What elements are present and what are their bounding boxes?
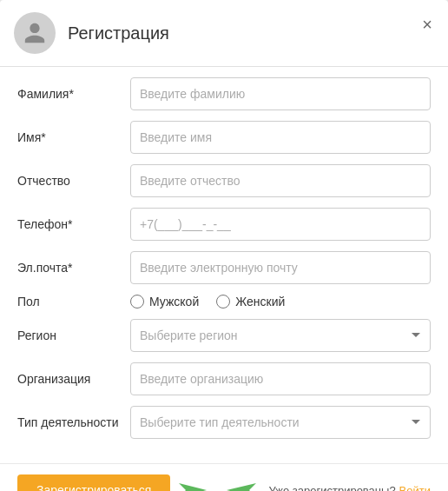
close-button[interactable]: × bbox=[418, 12, 436, 36]
organization-label: Организация bbox=[17, 372, 130, 386]
gender-female-label: Женский bbox=[235, 295, 285, 309]
arrow-left-icon bbox=[174, 480, 208, 491]
organization-row: Организация bbox=[17, 362, 431, 395]
lastname-label: Фамилия* bbox=[17, 87, 130, 101]
modal-body: Фамилия* Имя* Отчество Телефон* Эл.почта… bbox=[0, 67, 448, 463]
gender-female-option[interactable]: Женский bbox=[216, 295, 285, 309]
phone-label: Телефон* bbox=[17, 217, 130, 231]
firstname-input[interactable] bbox=[130, 121, 431, 154]
gender-female-radio[interactable] bbox=[216, 295, 230, 309]
arrow-right-icon bbox=[225, 480, 263, 491]
middlename-row: Отчество bbox=[17, 164, 431, 197]
gender-male-radio[interactable] bbox=[130, 295, 144, 309]
activity-type-row: Тип деятельности Выберите тип деятельнос… bbox=[17, 406, 431, 439]
gender-male-option[interactable]: Мужской bbox=[130, 295, 199, 309]
gender-label: Пол bbox=[17, 295, 130, 309]
register-button[interactable]: Зарегистрироваться bbox=[17, 474, 170, 491]
middlename-input[interactable] bbox=[130, 164, 431, 197]
modal-title: Регистрация bbox=[68, 23, 169, 43]
registration-modal: Регистрация × Фамилия* Имя* Отчество Тел… bbox=[0, 0, 448, 491]
region-select[interactable]: Выберите регион bbox=[130, 319, 431, 352]
organization-input[interactable] bbox=[130, 362, 431, 395]
modal-footer: Зарегистрироваться Уже зарегистрированы?… bbox=[0, 463, 448, 491]
user-icon bbox=[23, 21, 47, 45]
activity-type-select[interactable]: Выберите тип деятельности bbox=[130, 406, 431, 439]
avatar bbox=[14, 12, 56, 54]
modal-header: Регистрация × bbox=[0, 0, 448, 67]
phone-input[interactable] bbox=[130, 208, 431, 241]
middlename-label: Отчество bbox=[17, 174, 130, 188]
region-label: Регион bbox=[17, 328, 130, 342]
login-link[interactable]: Войти bbox=[399, 484, 431, 492]
phone-row: Телефон* bbox=[17, 208, 431, 241]
already-registered-text: Уже зарегистрированы? bbox=[268, 484, 395, 492]
register-btn-wrapper: Зарегистрироваться bbox=[17, 474, 170, 491]
gender-row: Пол Мужской Женский bbox=[17, 295, 431, 309]
gender-male-label: Мужской bbox=[149, 295, 199, 309]
firstname-label: Имя* bbox=[17, 130, 130, 144]
gender-options: Мужской Женский bbox=[130, 295, 431, 309]
lastname-row: Фамилия* bbox=[17, 77, 431, 110]
email-input[interactable] bbox=[130, 251, 431, 284]
firstname-row: Имя* bbox=[17, 121, 431, 154]
region-row: Регион Выберите регион bbox=[17, 319, 431, 352]
lastname-input[interactable] bbox=[130, 77, 431, 110]
email-row: Эл.почта* bbox=[17, 251, 431, 284]
email-label: Эл.почта* bbox=[17, 261, 130, 275]
login-section: Уже зарегистрированы? Войти bbox=[268, 484, 431, 492]
activity-type-label: Тип деятельности bbox=[17, 415, 130, 429]
